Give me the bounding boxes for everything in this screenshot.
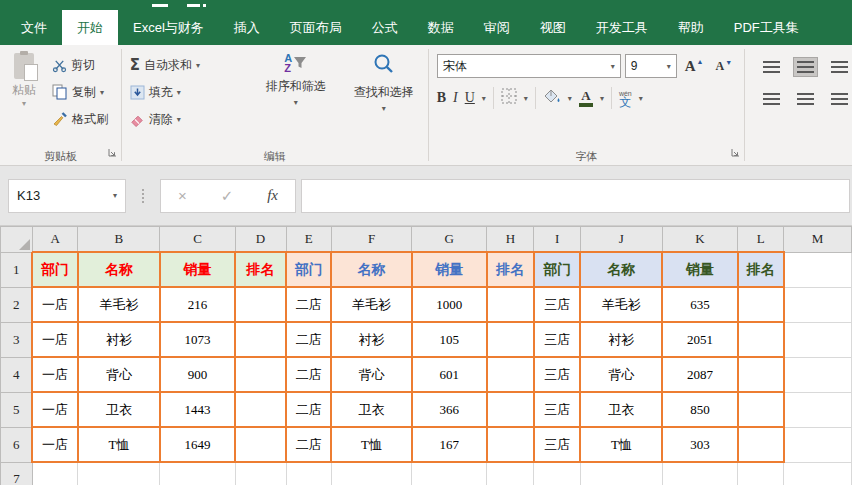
column-header-I[interactable]: I	[534, 227, 580, 253]
row-header-6[interactable]: 6	[1, 427, 33, 462]
cell-M7[interactable]	[784, 462, 852, 485]
cell-G5[interactable]: 366	[412, 392, 487, 427]
row-header-3[interactable]: 3	[1, 322, 33, 357]
cell-A1[interactable]: 部门	[32, 252, 77, 287]
align-right-button[interactable]	[827, 89, 852, 109]
dialog-launcher-icon[interactable]	[107, 144, 117, 162]
cell-E7[interactable]	[286, 462, 331, 485]
cell-C3[interactable]: 1073	[160, 322, 235, 357]
cell-C7[interactable]	[160, 462, 235, 485]
phonetic-guide-button[interactable]: wén 文	[619, 90, 632, 106]
cell-J6[interactable]: T恤	[580, 427, 662, 462]
italic-button[interactable]: I	[453, 90, 458, 106]
tab-开发工具[interactable]: 开发工具	[581, 10, 663, 45]
row-header-7[interactable]: 7	[1, 462, 33, 485]
cell-B2[interactable]: 羊毛衫	[78, 287, 160, 322]
row-header-4[interactable]: 4	[1, 357, 33, 392]
font-size-select[interactable]: 9 ▾	[625, 54, 677, 78]
cell-M5[interactable]	[784, 392, 852, 427]
cell-B1[interactable]: 名称	[78, 252, 160, 287]
cell-C2[interactable]: 216	[160, 287, 235, 322]
column-header-C[interactable]: C	[160, 227, 235, 253]
cell-F6[interactable]: T恤	[331, 427, 411, 462]
name-box[interactable]: K13 ▾	[8, 179, 126, 213]
cell-A4[interactable]: 一店	[32, 357, 77, 392]
cell-L5[interactable]	[738, 392, 784, 427]
cell-M3[interactable]	[784, 322, 852, 357]
font-name-select[interactable]: 宋体 ▾	[437, 54, 621, 78]
cell-D1[interactable]: 排名	[235, 252, 286, 287]
cell-C6[interactable]: 1649	[160, 427, 235, 462]
enter-icon[interactable]: ✓	[221, 187, 234, 205]
cell-I6[interactable]: 三店	[534, 427, 580, 462]
cell-B6[interactable]: T恤	[78, 427, 160, 462]
cell-C5[interactable]: 1443	[160, 392, 235, 427]
cell-L2[interactable]	[738, 287, 784, 322]
cell-D4[interactable]	[235, 357, 286, 392]
copy-button[interactable]: 复制 ▾	[48, 80, 112, 104]
cell-H2[interactable]	[487, 287, 534, 322]
format-painter-button[interactable]: 格式刷	[48, 107, 112, 131]
cell-H5[interactable]	[487, 392, 534, 427]
cell-F2[interactable]: 羊毛衫	[331, 287, 411, 322]
column-header-L[interactable]: L	[738, 227, 784, 253]
bold-button[interactable]: B	[437, 90, 446, 106]
cell-B7[interactable]	[78, 462, 160, 485]
cell-I5[interactable]: 三店	[534, 392, 580, 427]
formula-input[interactable]	[301, 179, 850, 213]
cell-D2[interactable]	[235, 287, 286, 322]
cell-K7[interactable]	[662, 462, 737, 485]
cell-J7[interactable]	[580, 462, 662, 485]
cell-J5[interactable]: 卫衣	[580, 392, 662, 427]
tab-页面布局[interactable]: 页面布局	[275, 10, 357, 45]
increase-font-size-button[interactable]: A▲	[681, 58, 708, 75]
dialog-launcher-icon[interactable]	[730, 144, 740, 162]
tab-公式[interactable]: 公式	[357, 10, 413, 45]
tab-开始[interactable]: 开始	[62, 10, 118, 45]
align-bottom-button[interactable]	[827, 57, 852, 77]
cell-B3[interactable]: 衬衫	[78, 322, 160, 357]
cell-M6[interactable]	[784, 427, 852, 462]
cell-G1[interactable]: 销量	[412, 252, 487, 287]
underline-button[interactable]: U	[465, 90, 475, 106]
cell-I4[interactable]: 三店	[534, 357, 580, 392]
align-top-button[interactable]	[759, 57, 784, 77]
cell-M4[interactable]	[784, 357, 852, 392]
cancel-icon[interactable]: ×	[178, 187, 187, 204]
cell-M1[interactable]	[784, 252, 852, 287]
cell-L4[interactable]	[738, 357, 784, 392]
column-header-A[interactable]: A	[32, 227, 77, 253]
cell-F7[interactable]	[331, 462, 411, 485]
cell-F5[interactable]: 卫衣	[331, 392, 411, 427]
cell-C1[interactable]: 销量	[160, 252, 235, 287]
cell-K6[interactable]: 303	[662, 427, 737, 462]
tab-PDF工具集[interactable]: PDF工具集	[719, 10, 814, 45]
cell-A2[interactable]: 一店	[32, 287, 77, 322]
cell-E1[interactable]: 部门	[286, 252, 331, 287]
cell-A3[interactable]: 一店	[32, 322, 77, 357]
column-header-D[interactable]: D	[235, 227, 286, 253]
cell-H6[interactable]	[487, 427, 534, 462]
cell-F3[interactable]: 衬衫	[331, 322, 411, 357]
cell-C4[interactable]: 900	[160, 357, 235, 392]
tab-帮助[interactable]: 帮助	[663, 10, 719, 45]
cell-I2[interactable]: 三店	[534, 287, 580, 322]
tab-文件[interactable]: 文件	[6, 10, 62, 45]
cell-I3[interactable]: 三店	[534, 322, 580, 357]
cell-A6[interactable]: 一店	[32, 427, 77, 462]
fill-color-button[interactable]	[543, 88, 561, 109]
cell-F1[interactable]: 名称	[331, 252, 411, 287]
insert-function-icon[interactable]: fx	[267, 187, 278, 204]
find-select-button[interactable]: 查找和选择 ▾	[340, 51, 428, 147]
cell-E6[interactable]: 二店	[286, 427, 331, 462]
cell-L7[interactable]	[738, 462, 784, 485]
tab-插入[interactable]: 插入	[219, 10, 275, 45]
cell-I1[interactable]: 部门	[534, 252, 580, 287]
cell-L3[interactable]	[738, 322, 784, 357]
cell-G7[interactable]	[412, 462, 487, 485]
cell-A5[interactable]: 一店	[32, 392, 77, 427]
align-middle-button[interactable]	[793, 57, 818, 77]
autosum-button[interactable]: Σ 自动求和 ▾	[126, 53, 250, 77]
tab-Excel与财务[interactable]: Excel与财务	[118, 10, 219, 45]
tab-数据[interactable]: 数据	[413, 10, 469, 45]
